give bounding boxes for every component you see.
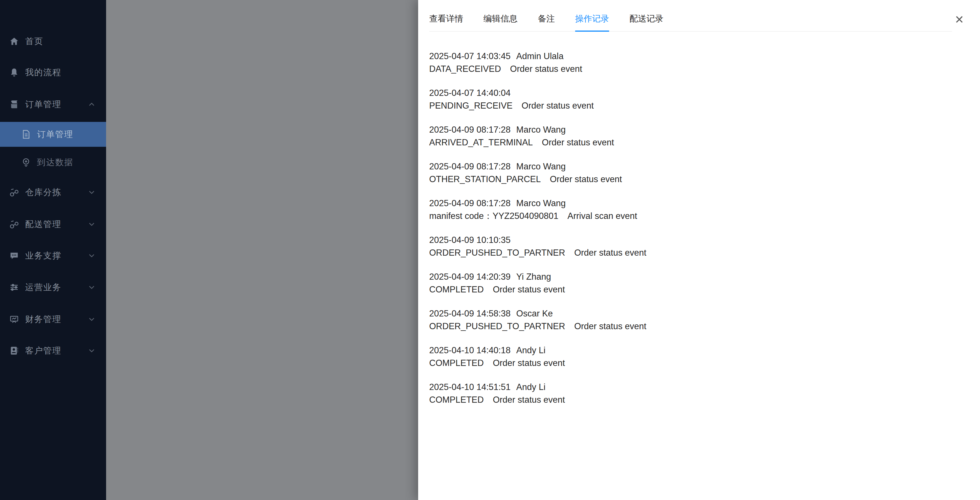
sidebar-subitem-arrival-data[interactable]: 到达数据 (0, 149, 106, 175)
record-operator: Yi Zhang (516, 272, 551, 282)
message-icon (10, 251, 19, 260)
record-status: COMPLETED (429, 358, 484, 368)
record-time: 2025-04-09 08:17:28 (429, 198, 511, 208)
record-event-type: Order status event (522, 101, 594, 111)
record-operator: Andy Li (516, 382, 546, 392)
sorting-icon (10, 187, 19, 197)
record-time: 2025-04-09 10:10:35 (429, 235, 511, 245)
record-event-type: Order status event (542, 137, 614, 148)
operation-record: 2025-04-10 14:40:18Andy Li COMPLETEDOrde… (429, 344, 963, 369)
sidebar-item-label: 我的流程 (25, 67, 61, 78)
record-time: 2025-04-09 14:20:39 (429, 272, 511, 282)
operation-record: 2025-04-09 14:58:38Oscar Ke ORDER_PUSHED… (429, 307, 963, 333)
record-status: DATA_RECEIVED (429, 64, 501, 74)
sidebar-item-label: 订单管理 (25, 99, 61, 110)
drawer-tabs: 查看详情 编辑信息 备注 操作记录 配送记录 (429, 0, 663, 32)
drawer-tab-operation-log[interactable]: 操作记录 (575, 7, 609, 32)
sidebar-item-label: 客户管理 (25, 345, 61, 357)
bell-icon (10, 68, 19, 77)
record-status: ORDER_PUSHED_TO_PARTNER (429, 248, 565, 258)
sidebar-item-operations[interactable]: 运营业务 (0, 275, 106, 300)
record-status: ARRIVED_AT_TERMINAL (429, 137, 533, 148)
chevron-up-icon (88, 101, 95, 108)
sidebar-item-warehouse-sorting[interactable]: 仓库分拣 (0, 179, 106, 205)
chevron-down-icon (88, 316, 95, 323)
sidebar-item-delivery-management[interactable]: 配送管理 (0, 211, 106, 237)
record-operator: Andy Li (516, 345, 546, 355)
sorting-icon (10, 219, 19, 229)
record-operator: Marco Wang (516, 162, 566, 171)
order-detail-drawer: 查看详情 编辑信息 备注 操作记录 配送记录 × 2025-04-07 14:0… (418, 0, 980, 500)
record-status: COMPLETED (429, 284, 484, 294)
record-event-type: Order status event (574, 248, 646, 258)
drawer-tab-remarks[interactable]: 备注 (538, 7, 555, 32)
record-time: 2025-04-10 14:51:51 (429, 382, 511, 392)
chevron-down-icon (88, 347, 95, 354)
sidebar-item-business-support[interactable]: 业务支撑 (0, 243, 106, 268)
sidebar-item-label: 业务支撑 (25, 250, 61, 262)
sidebar-item-label: 到达数据 (37, 157, 73, 168)
chevron-down-icon (88, 221, 95, 228)
drawer-tab-delivery-log[interactable]: 配送记录 (630, 7, 663, 32)
drawer-tab-view-details[interactable]: 查看详情 (429, 7, 463, 32)
operation-record: 2025-04-07 14:03:45Admin Ulala DATA_RECE… (429, 50, 963, 75)
record-event-type: Order status event (510, 64, 582, 74)
sidebar-item-label: 订单管理 (37, 129, 73, 140)
sidebar-item-label: 运营业务 (25, 282, 61, 293)
sidebar-item-home[interactable]: 首页 (0, 29, 106, 54)
operation-record: 2025-04-09 08:17:28Marco Wang OTHER_STAT… (429, 160, 963, 186)
sidebar-item-my-flows[interactable]: 我的流程 (0, 60, 106, 85)
drawer-tab-edit-info[interactable]: 编辑信息 (484, 7, 517, 32)
sliders-icon (10, 283, 19, 292)
record-status: ORDER_PUSHED_TO_PARTNER (429, 321, 565, 331)
record-time: 2025-04-09 08:17:28 (429, 162, 511, 171)
operation-record: 2025-04-10 14:51:51Andy Li COMPLETEDOrde… (429, 381, 963, 406)
record-event-type: Order status event (493, 358, 565, 368)
sidebar-item-order-management[interactable]: 订单管理 (0, 92, 106, 117)
book-icon (10, 100, 19, 109)
location-plus-icon (21, 157, 31, 167)
sidebar-item-label: 财务管理 (25, 314, 61, 325)
contacts-icon (10, 346, 19, 356)
record-event-type: Order status event (493, 284, 565, 294)
record-time: 2025-04-10 14:40:18 (429, 345, 511, 355)
sidebar: 首页 我的流程 订单管理 订单管理 到达数 (0, 0, 106, 500)
record-operator: Marco Wang (516, 125, 566, 135)
sidebar-item-customer-management[interactable]: 客户管理 (0, 338, 106, 363)
record-time: 2025-04-07 14:40:04 (429, 88, 511, 98)
operation-record: 2025-04-09 08:17:28Marco Wang manifest c… (429, 197, 963, 222)
operation-record-list: 2025-04-07 14:03:45Admin Ulala DATA_RECE… (429, 50, 963, 417)
chevron-down-icon (88, 189, 95, 196)
record-status: manifest code：YYZ2504090801 (429, 211, 558, 221)
chart-board-icon (10, 314, 19, 324)
sidebar-item-label: 仓库分拣 (25, 187, 61, 198)
record-event-type: Order status event (493, 395, 565, 405)
record-event-type: Order status event (550, 174, 622, 184)
record-event-type: Order status event (574, 321, 646, 331)
record-status: OTHER_STATION_PARCEL (429, 174, 541, 184)
sidebar-subitem-order-management[interactable]: 订单管理 (0, 122, 106, 147)
sidebar-item-label: 配送管理 (25, 219, 61, 230)
sidebar-item-label: 首页 (25, 36, 43, 47)
order-management-app: 订单管理 / 订单管理 « 首页 我的流程 订单管理 (0, 0, 980, 500)
operation-record: 2025-04-09 14:20:39Yi Zhang COMPLETEDOrd… (429, 270, 963, 296)
record-time: 2025-04-09 08:17:28 (429, 125, 511, 135)
file-icon (21, 130, 31, 139)
chevron-down-icon (88, 252, 95, 259)
record-time: 2025-04-07 14:03:45 (429, 51, 511, 61)
chevron-down-icon (88, 284, 95, 291)
record-operator: Oscar Ke (516, 308, 553, 318)
record-event-type: Arrival scan event (568, 211, 637, 221)
operation-record: 2025-04-09 08:17:28Marco Wang ARRIVED_AT… (429, 123, 963, 149)
record-operator: Admin Ulala (516, 51, 563, 61)
operation-record: 2025-04-09 10:10:35 ORDER_PUSHED_TO_PART… (429, 233, 963, 259)
home-icon (10, 37, 19, 46)
record-status: PENDING_RECEIVE (429, 101, 512, 111)
sidebar-item-finance[interactable]: 财务管理 (0, 306, 106, 332)
operation-record: 2025-04-07 14:40:04 PENDING_RECEIVEOrder… (429, 87, 963, 112)
close-icon[interactable]: × (955, 12, 964, 27)
record-operator: Marco Wang (516, 198, 566, 208)
record-time: 2025-04-09 14:58:38 (429, 308, 511, 318)
record-status: COMPLETED (429, 395, 484, 405)
